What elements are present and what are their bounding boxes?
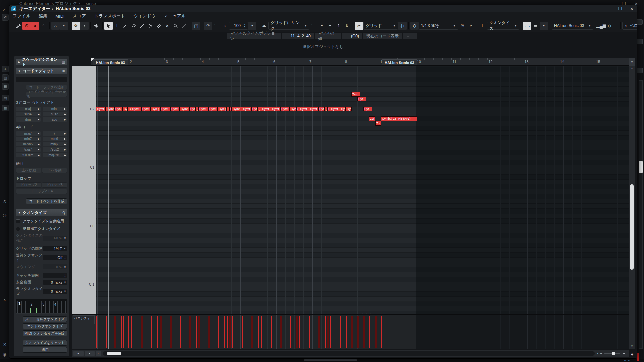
midi-note[interactable]: Tor bbox=[375, 121, 381, 126]
drop24-button[interactable]: ドロップ2 + 4 bbox=[16, 189, 67, 194]
menu-item-MIDI[interactable]: MIDI bbox=[55, 14, 64, 19]
drop3-button[interactable]: ドロップ3 bbox=[42, 182, 67, 188]
controller-lane-selector[interactable]: ベロシティー bbox=[73, 315, 95, 324]
chord-play-icon[interactable]: ▶ bbox=[38, 138, 40, 140]
add-track-icon[interactable]: ＋ bbox=[2, 66, 9, 72]
chord-play-icon[interactable]: ▶ bbox=[64, 154, 66, 157]
show-part-borders-icon[interactable]: ◳ bbox=[192, 22, 200, 30]
link-to-grid-dropdown[interactable]: グリッドにリンク▼ bbox=[268, 22, 309, 30]
racks-icon[interactable] bbox=[637, 39, 643, 44]
velocity-bar[interactable] bbox=[271, 316, 272, 348]
chord-play-icon[interactable]: ▶ bbox=[38, 143, 40, 146]
velocity-bar[interactable] bbox=[131, 316, 132, 348]
midi-note[interactable]: Cyn bbox=[290, 107, 296, 111]
speaker-icon[interactable] bbox=[92, 22, 101, 30]
chord-play-icon[interactable]: ▶ bbox=[38, 154, 40, 157]
horizontal-zoom-slider[interactable] bbox=[604, 353, 620, 354]
editor-restore-button[interactable]: ❐ bbox=[618, 6, 622, 11]
midi-note[interactable]: Cyn bbox=[114, 107, 121, 111]
velocity-bar[interactable] bbox=[189, 316, 191, 348]
grid-type-dropdown[interactable]: グリッド▼ bbox=[363, 22, 398, 30]
hzoom-minus-icon[interactable]: − bbox=[600, 351, 602, 356]
velocity-bar[interactable] bbox=[327, 316, 329, 348]
length-quantize-dropdown[interactable]: クオンタイズ.▼ bbox=[487, 22, 519, 30]
midi-note[interactable]: Cyn bbox=[151, 107, 157, 111]
chord-button-maj7#5[interactable]: maj7/#5▶ bbox=[43, 153, 67, 157]
midi-note[interactable]: Cyn bbox=[189, 107, 196, 111]
chord-play-icon[interactable]: ▶ bbox=[64, 118, 66, 121]
loop-icon[interactable]: ↷ bbox=[204, 22, 212, 30]
velocity-bar[interactable] bbox=[340, 316, 341, 348]
track-grid-icon[interactable]: ▦ bbox=[2, 83, 9, 90]
autoscroll-dropdown[interactable]: ▼ bbox=[60, 22, 68, 30]
horizontal-scroll-track[interactable] bbox=[103, 351, 595, 356]
velocity-bar[interactable] bbox=[229, 316, 231, 348]
midi-note[interactable]: ( bbox=[157, 107, 160, 111]
scroll-right-icon[interactable]: › bbox=[597, 351, 598, 356]
velocity-bar[interactable] bbox=[309, 316, 310, 348]
velocity-bar[interactable] bbox=[180, 316, 181, 348]
follow-chord-track-button[interactable]: コードトラックに合わせる bbox=[26, 92, 67, 97]
reset-quantize-button[interactable]: クオンタイズをリセット bbox=[23, 340, 67, 346]
chord-play-icon[interactable]: ▶ bbox=[64, 108, 66, 110]
freeze-quantize-button[interactable]: MIDI クオンタイズを固定 bbox=[23, 330, 67, 336]
chord-button-dim[interactable]: dim▶ bbox=[16, 117, 41, 122]
velocity-bar[interactable] bbox=[369, 316, 370, 348]
velocity-bar[interactable] bbox=[151, 316, 152, 348]
horizontal-scroll-handle[interactable] bbox=[107, 352, 121, 355]
velocity-bar[interactable] bbox=[141, 316, 143, 348]
midi-note[interactable]: Cymt bbox=[271, 107, 280, 111]
chord-button-fulldim[interactable]: full dim▶ bbox=[16, 153, 41, 157]
tuplet-field[interactable]: Off▲▼ bbox=[43, 255, 67, 260]
velocity-bar[interactable] bbox=[290, 316, 291, 348]
split-tool[interactable] bbox=[146, 22, 155, 30]
vertical-scroll-handle[interactable] bbox=[630, 184, 634, 270]
velocity-bar[interactable] bbox=[224, 316, 225, 348]
record-enable-icon[interactable]: ◉ bbox=[3, 352, 6, 357]
velocity-bar[interactable] bbox=[196, 316, 197, 348]
chord-play-icon[interactable]: ▶ bbox=[64, 138, 66, 140]
multiple-parts-icon[interactable]: ≣ bbox=[531, 22, 540, 30]
midi-note[interactable]: Cymt bbox=[261, 107, 271, 111]
move-down-icon[interactable]: ⏷ bbox=[326, 22, 334, 30]
chord-play-icon[interactable]: ▶ bbox=[64, 132, 66, 135]
velocity-bar[interactable] bbox=[299, 316, 300, 348]
master-fader-handle[interactable] bbox=[639, 161, 643, 173]
velocity-bar[interactable] bbox=[121, 316, 122, 348]
mute-tool[interactable]: ✕ bbox=[163, 22, 171, 30]
quantize-preset-dropdown[interactable]: 1/4 3 連符▼ bbox=[419, 22, 458, 30]
iq-checkbox[interactable] bbox=[16, 227, 20, 231]
midi-note[interactable]: Cy bbox=[123, 107, 128, 111]
solo-button[interactable]: S bbox=[22, 22, 31, 30]
apply-quantize-button[interactable]: 適用 bbox=[23, 347, 67, 353]
chord-button-minj7[interactable]: minj7▶ bbox=[43, 142, 67, 146]
midi-note[interactable]: Cymbal 18'' Hit (A#1) bbox=[381, 116, 417, 121]
menu-item-編集[interactable]: 編集 bbox=[39, 13, 47, 19]
active-part-dropdown[interactable]: HALion Sonic 03▼ bbox=[552, 22, 593, 30]
auto-apply-quantize-row[interactable]: クオンタイズを自動適用 bbox=[16, 219, 67, 224]
velocity-bar[interactable] bbox=[375, 316, 377, 348]
menu-item-ウィンドウ[interactable]: ウィンドウ bbox=[133, 13, 156, 19]
midi-note[interactable]: Cymt bbox=[330, 107, 340, 111]
midi-note[interactable]: ( bbox=[325, 107, 327, 111]
midi-note[interactable]: Cymt bbox=[299, 107, 309, 111]
erase-tool[interactable] bbox=[129, 22, 138, 30]
collapse-icon[interactable]: ∧ bbox=[3, 298, 6, 302]
velocity-bar[interactable] bbox=[232, 316, 233, 348]
move-up-icon[interactable]: ⏶ bbox=[318, 22, 326, 30]
chord-button-maj[interactable]: maj▶ bbox=[16, 107, 41, 111]
rough-quantize-field[interactable]: 0 Ticks▲▼ bbox=[43, 289, 67, 294]
add-lane-button[interactable]: ＋ bbox=[73, 351, 84, 356]
chord-play-icon[interactable]: ▶ bbox=[38, 108, 40, 110]
close-zone-icon[interactable]: ✕ bbox=[3, 342, 7, 347]
menu-item-マニュアル[interactable]: マニュアル bbox=[164, 13, 186, 19]
midi-note[interactable]: Cymt bbox=[198, 107, 208, 111]
velocity-bar[interactable] bbox=[106, 316, 107, 348]
scroll-down-icon[interactable]: ∨ bbox=[629, 345, 635, 348]
help-icon[interactable]: ◎ bbox=[3, 213, 6, 218]
part-editing-dropdown[interactable]: ▼ bbox=[80, 22, 89, 30]
quantize-ends-button[interactable]: エンドをクオンタイズ bbox=[23, 323, 67, 329]
midi-note[interactable]: Cymt bbox=[170, 107, 180, 111]
move-down-octave-icon[interactable]: ⇓ bbox=[343, 22, 351, 30]
midi-note[interactable]: Cymt bbox=[242, 107, 251, 111]
